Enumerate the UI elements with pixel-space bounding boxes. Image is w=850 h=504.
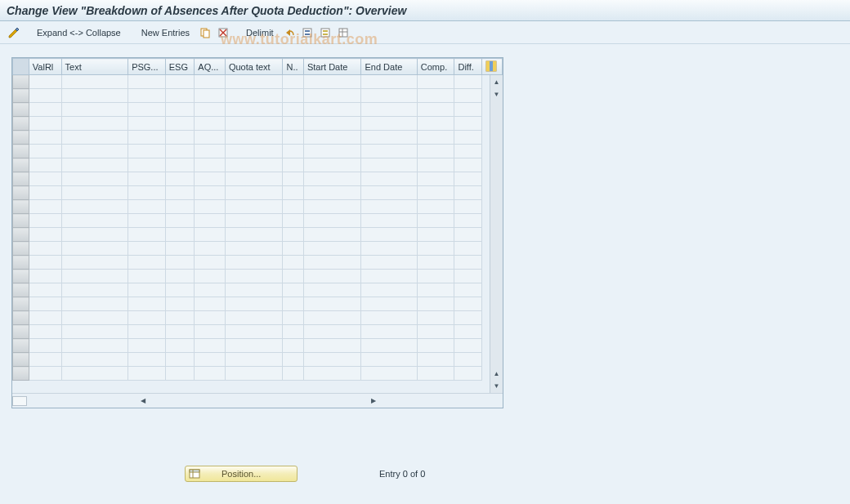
select-all-icon[interactable] xyxy=(300,25,315,40)
table-cell[interactable] xyxy=(417,117,454,131)
table-cell[interactable] xyxy=(195,311,226,325)
table-cell[interactable] xyxy=(128,242,166,256)
table-cell[interactable] xyxy=(283,214,303,228)
table-cell[interactable] xyxy=(303,131,361,145)
table-cell[interactable] xyxy=(128,117,166,131)
table-cell[interactable] xyxy=(225,131,283,145)
table-cell[interactable] xyxy=(128,325,166,339)
table-cell[interactable] xyxy=(361,75,417,89)
table-cell[interactable] xyxy=(225,339,283,353)
table-cell[interactable] xyxy=(361,200,417,214)
table-cell[interactable] xyxy=(165,145,195,158)
table-cell[interactable] xyxy=(303,200,361,214)
table-cell[interactable] xyxy=(61,75,128,89)
table-cell[interactable] xyxy=(303,353,361,367)
table-cell[interactable] xyxy=(361,214,417,228)
hscroll-thumb[interactable] xyxy=(12,396,27,406)
table-cell[interactable] xyxy=(283,117,303,131)
table-cell[interactable] xyxy=(361,242,417,256)
table-cell[interactable] xyxy=(417,200,454,214)
table-cell[interactable] xyxy=(165,228,195,242)
table-cell[interactable] xyxy=(29,297,61,311)
table-cell[interactable] xyxy=(417,186,454,200)
undo-icon[interactable] xyxy=(282,25,297,40)
table-cell[interactable] xyxy=(454,311,481,325)
deselect-all-icon[interactable] xyxy=(318,25,333,40)
table-cell[interactable] xyxy=(165,242,195,256)
table-cell[interactable] xyxy=(29,242,61,256)
table-cell[interactable] xyxy=(361,339,417,353)
table-cell[interactable] xyxy=(128,339,166,353)
table-cell[interactable] xyxy=(61,172,128,186)
table-cell[interactable] xyxy=(165,89,195,103)
row-selector[interactable] xyxy=(13,103,29,117)
table-cell[interactable] xyxy=(454,117,481,131)
table-cell[interactable] xyxy=(225,311,283,325)
table-cell[interactable] xyxy=(195,145,226,158)
table-cell[interactable] xyxy=(61,214,128,228)
table-cell[interactable] xyxy=(61,311,128,325)
copy-icon[interactable] xyxy=(198,25,212,40)
row-selector[interactable] xyxy=(13,228,29,242)
table-cell[interactable] xyxy=(29,228,61,242)
table-cell[interactable] xyxy=(225,145,283,158)
table-cell[interactable] xyxy=(283,256,303,270)
table-cell[interactable] xyxy=(303,325,361,339)
table-cell[interactable] xyxy=(128,186,166,200)
table-cell[interactable] xyxy=(303,214,361,228)
table-cell[interactable] xyxy=(61,242,128,256)
row-selector[interactable] xyxy=(13,145,29,158)
table-cell[interactable] xyxy=(61,186,128,200)
table-settings-icon[interactable] xyxy=(336,25,351,40)
table-cell[interactable] xyxy=(303,103,361,117)
table-cell[interactable] xyxy=(454,242,481,256)
table-cell[interactable] xyxy=(165,297,195,311)
table-cell[interactable] xyxy=(303,283,361,297)
column-header[interactable]: Comp. xyxy=(417,59,454,75)
table-cell[interactable] xyxy=(195,186,226,200)
table-cell[interactable] xyxy=(283,270,303,283)
column-header[interactable]: N.. xyxy=(283,59,303,75)
table-cell[interactable] xyxy=(417,283,454,297)
table-cell[interactable] xyxy=(29,172,61,186)
table-cell[interactable] xyxy=(165,131,195,145)
table-cell[interactable] xyxy=(303,339,361,353)
table-cell[interactable] xyxy=(361,103,417,117)
table-cell[interactable] xyxy=(61,145,128,158)
table-cell[interactable] xyxy=(128,353,166,367)
table-cell[interactable] xyxy=(225,270,283,283)
table-cell[interactable] xyxy=(283,89,303,103)
delete-icon[interactable] xyxy=(216,25,230,40)
table-cell[interactable] xyxy=(225,283,283,297)
table-cell[interactable] xyxy=(303,228,361,242)
column-header[interactable]: Text xyxy=(61,59,128,75)
table-cell[interactable] xyxy=(29,283,61,297)
table-cell[interactable] xyxy=(195,172,226,186)
table-cell[interactable] xyxy=(417,131,454,145)
table-cell[interactable] xyxy=(61,270,128,283)
table-cell[interactable] xyxy=(361,353,417,367)
table-cell[interactable] xyxy=(417,103,454,117)
table-cell[interactable] xyxy=(417,214,454,228)
table-cell[interactable] xyxy=(29,103,61,117)
table-cell[interactable] xyxy=(417,228,454,242)
position-button[interactable]: Position... xyxy=(185,466,298,482)
table-cell[interactable] xyxy=(454,186,481,200)
table-cell[interactable] xyxy=(361,228,417,242)
table-cell[interactable] xyxy=(417,297,454,311)
table-cell[interactable] xyxy=(283,158,303,172)
table-cell[interactable] xyxy=(61,297,128,311)
row-selector[interactable] xyxy=(13,172,29,186)
vertical-scrollbar[interactable]: ▲ ▼ ▲ ▼ xyxy=(490,75,503,393)
table-cell[interactable] xyxy=(225,103,283,117)
column-header[interactable]: PSG... xyxy=(128,59,166,75)
row-selector[interactable] xyxy=(13,353,29,367)
display-change-icon[interactable] xyxy=(7,25,21,40)
table-cell[interactable] xyxy=(29,367,61,381)
table-cell[interactable] xyxy=(225,325,283,339)
table-cell[interactable] xyxy=(29,353,61,367)
table-cell[interactable] xyxy=(128,283,166,297)
table-cell[interactable] xyxy=(195,131,226,145)
table-cell[interactable] xyxy=(195,214,226,228)
table-cell[interactable] xyxy=(283,131,303,145)
